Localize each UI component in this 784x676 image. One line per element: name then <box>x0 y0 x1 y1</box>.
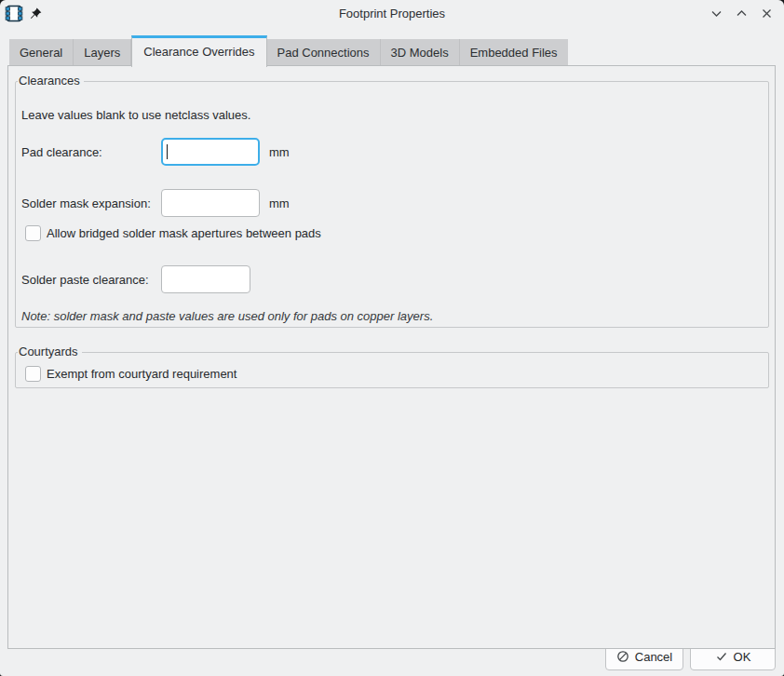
minimize-button[interactable] <box>710 7 723 20</box>
footprint-properties-dialog: Footprint Properties General Lay <box>0 0 784 676</box>
solder-mask-expansion-input[interactable] <box>161 189 260 217</box>
allow-bridged-checkbox[interactable] <box>25 225 41 241</box>
pad-clearance-input[interactable] <box>161 138 260 166</box>
courtyards-group: Courtyards Exempt from courtyard require… <box>15 345 769 388</box>
window-title: Footprint Properties <box>112 7 672 20</box>
pad-clearance-unit: mm <box>269 145 290 159</box>
footprint-app-icon <box>5 5 23 22</box>
clearances-legend: Clearances <box>18 74 84 88</box>
chevron-down-icon <box>710 7 723 20</box>
allow-bridged-label[interactable]: Allow bridged solder mask apertures betw… <box>47 226 321 240</box>
cancel-button-label: Cancel <box>635 650 672 664</box>
ok-button-label: OK <box>734 650 751 664</box>
exempt-courtyard-label[interactable]: Exempt from courtyard requirement <box>47 367 237 381</box>
exempt-courtyard-checkbox[interactable] <box>25 366 41 382</box>
tab-bar: General Layers Clearance Overrides Pad C… <box>9 35 568 65</box>
cancel-icon <box>616 650 629 663</box>
window-controls <box>710 7 773 20</box>
text-caret <box>167 144 168 159</box>
check-icon <box>715 650 728 663</box>
tab-embedded-files[interactable]: Embedded Files <box>460 39 568 65</box>
courtyards-legend: Courtyards <box>18 345 82 359</box>
tab-clearance-overrides[interactable]: Clearance Overrides <box>131 35 266 67</box>
pad-clearance-label: Pad clearance: <box>21 145 102 159</box>
clearances-group: Clearances Leave values blank to use net… <box>15 74 769 328</box>
close-button[interactable] <box>761 7 773 20</box>
close-icon <box>761 7 773 20</box>
tab-pad-connections[interactable]: Pad Connections <box>267 39 381 65</box>
netclass-hint: Leave values blank to use netclass value… <box>21 108 250 122</box>
solder-paste-clearance-input[interactable] <box>161 265 250 293</box>
copper-layers-note: Note: solder mask and paste values are u… <box>21 309 433 323</box>
solder-mask-expansion-label: Solder mask expansion: <box>21 196 151 210</box>
tab-3d-models[interactable]: 3D Models <box>381 39 460 65</box>
clearance-overrides-panel: Clearances Leave values blank to use net… <box>7 65 776 649</box>
chevron-up-icon <box>736 7 748 20</box>
titlebar: Footprint Properties <box>0 0 784 28</box>
pin-icon[interactable] <box>30 7 42 20</box>
tab-general[interactable]: General <box>9 39 74 65</box>
tab-layers[interactable]: Layers <box>74 39 131 65</box>
maximize-button[interactable] <box>736 7 748 20</box>
solder-paste-clearance-label: Solder paste clearance: <box>21 273 149 287</box>
solder-mask-expansion-unit: mm <box>269 196 290 210</box>
